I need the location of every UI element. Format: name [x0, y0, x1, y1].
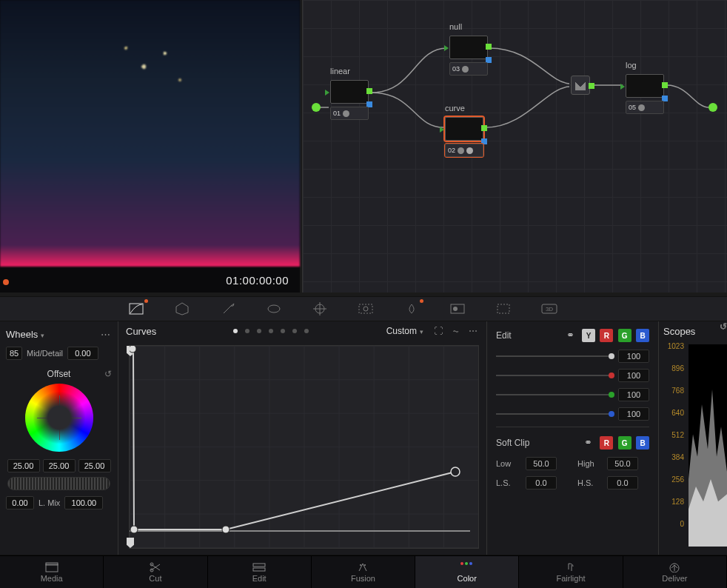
- node-thumb[interactable]: [445, 117, 483, 141]
- svg-point-14: [130, 346, 136, 353]
- timecode-display[interactable]: 01:00:00:00: [226, 274, 289, 287]
- svg-marker-1: [176, 303, 188, 315]
- offset-r-value[interactable]: 25.00: [7, 459, 40, 472]
- blue-intensity-value[interactable]: 100: [618, 407, 649, 421]
- svg-point-2: [268, 305, 280, 313]
- curves-page-dots[interactable]: [233, 329, 309, 333]
- node-thumb[interactable]: [330, 80, 369, 104]
- fusion-page-tab[interactable]: Fusion: [312, 556, 415, 588]
- wheels-panel-title[interactable]: Wheels▾: [6, 329, 44, 340]
- expand-icon[interactable]: ⛶: [434, 326, 443, 336]
- node-null[interactable]: null 03: [449, 36, 495, 59]
- color-page-tab[interactable]: Color: [415, 556, 519, 588]
- svg-rect-10: [497, 304, 509, 313]
- curves-options-icon[interactable]: ⋯: [469, 326, 479, 336]
- sc-channel-b-button[interactable]: B: [636, 436, 649, 450]
- node-thumb[interactable]: [626, 74, 664, 98]
- fairlight-page-tab[interactable]: Fairlight: [519, 556, 623, 588]
- ls-label: L.S.: [496, 478, 520, 487]
- low-value[interactable]: 50.0: [526, 457, 557, 470]
- lmix-value[interactable]: 100.00: [64, 496, 103, 510]
- svg-rect-6: [359, 304, 372, 313]
- low-label: Low: [496, 459, 520, 468]
- lum-intensity-value[interactable]: 100: [618, 350, 649, 363]
- graph-source[interactable]: [312, 103, 321, 112]
- high-label: High: [577, 459, 601, 468]
- link-icon[interactable]: ⚭: [566, 330, 574, 341]
- svg-point-15: [130, 526, 138, 533]
- curve-edit-panel: Edit ⚭ Y R G B ↺ 100↺ 100↺ 100↺ 100↺ Sof…: [487, 321, 659, 555]
- magic-mask-icon[interactable]: [355, 301, 376, 317]
- key-icon[interactable]: [447, 301, 468, 317]
- media-page-tab[interactable]: Media: [0, 556, 104, 588]
- node-curve[interactable]: curve 02: [445, 117, 491, 141]
- svg-text:3D: 3D: [546, 306, 553, 313]
- graph-output[interactable]: [708, 103, 717, 112]
- qualifier-icon[interactable]: [218, 301, 238, 317]
- page-tabs: Media Cut Edit Fusion Color Fairlight De…: [0, 555, 727, 588]
- channel-g-button[interactable]: G: [618, 329, 631, 342]
- node-linear[interactable]: linear 01: [330, 80, 376, 104]
- blur-icon[interactable]: [401, 301, 422, 317]
- waveform-scope[interactable]: [689, 344, 727, 547]
- mid-detail-value[interactable]: 0.00: [67, 347, 98, 360]
- edit-page-tab[interactable]: Edit: [208, 556, 312, 588]
- green-intensity-value[interactable]: 100: [618, 388, 649, 401]
- cut-page-tab[interactable]: Cut: [104, 556, 207, 588]
- sc-channel-r-button[interactable]: R: [600, 436, 613, 450]
- offset-g-value[interactable]: 25.00: [43, 459, 76, 472]
- svg-point-21: [150, 569, 153, 572]
- color-warper-icon[interactable]: [172, 301, 192, 317]
- svg-point-16: [222, 526, 230, 533]
- 3d-icon[interactable]: 3D: [539, 301, 560, 317]
- node-info-bar: 03: [449, 62, 488, 76]
- red-intensity-slider[interactable]: [496, 375, 612, 376]
- node-thumb[interactable]: [449, 36, 488, 59]
- color-icon: [460, 562, 474, 572]
- mid-detail-label: Mid/Detail: [27, 349, 63, 358]
- palette-toolbar: 3D: [0, 296, 727, 321]
- softclip-section-label: Soft Clip: [496, 438, 529, 448]
- channel-r-button[interactable]: R: [600, 329, 613, 342]
- viewer-image[interactable]: [0, 0, 300, 267]
- offset-b-value[interactable]: 25.00: [78, 459, 111, 472]
- bottom-value[interactable]: 0.00: [6, 496, 34, 510]
- node-info-bar: 01: [330, 107, 369, 120]
- ls-value[interactable]: 0.0: [526, 476, 557, 490]
- channel-y-button[interactable]: Y: [582, 329, 595, 342]
- deliver-page-tab[interactable]: Deliver: [623, 556, 727, 588]
- curves-palette-icon[interactable]: [126, 301, 147, 317]
- wheels-options-icon[interactable]: ⋯: [101, 329, 112, 340]
- sc-channel-g-button[interactable]: G: [618, 436, 631, 450]
- green-intensity-slider[interactable]: [496, 394, 612, 395]
- node-label: curve: [445, 104, 465, 113]
- window-icon[interactable]: [264, 301, 284, 317]
- hi5-value[interactable]: 85: [6, 347, 22, 360]
- curve-editor[interactable]: [129, 345, 479, 549]
- tracker-icon[interactable]: [309, 301, 330, 317]
- node-log[interactable]: log 05: [626, 74, 671, 98]
- offset-jog-wheel[interactable]: [7, 477, 110, 490]
- parallel-mixer-node[interactable]: [571, 76, 590, 95]
- reset-icon[interactable]: ↺: [720, 321, 727, 332]
- spline-icon[interactable]: ⏦: [453, 326, 458, 336]
- node-graph[interactable]: linear 01 null 03 curve 02 log 05: [302, 0, 727, 293]
- edit-section-label: Edit: [496, 330, 512, 341]
- link-icon[interactable]: ⚭: [584, 437, 592, 448]
- blue-intensity-slider[interactable]: [496, 413, 612, 415]
- channel-b-button[interactable]: B: [636, 329, 649, 342]
- node-info-bar: 05: [626, 101, 664, 114]
- offset-color-wheel[interactable]: [25, 384, 93, 452]
- curves-mode-dropdown[interactable]: Custom▾: [386, 326, 423, 336]
- reset-icon[interactable]: ↺: [104, 369, 112, 379]
- node-label: log: [626, 61, 637, 70]
- offset-wheel-label: Offset: [47, 369, 71, 379]
- high-value[interactable]: 50.0: [607, 457, 638, 470]
- hs-value[interactable]: 0.0: [607, 476, 638, 490]
- red-intensity-value[interactable]: 100: [618, 369, 649, 382]
- sizing-icon[interactable]: [493, 301, 514, 317]
- svg-point-17: [451, 467, 460, 476]
- svg-rect-23: [253, 568, 265, 571]
- svg-point-25: [364, 564, 366, 566]
- lum-intensity-slider[interactable]: [496, 355, 612, 357]
